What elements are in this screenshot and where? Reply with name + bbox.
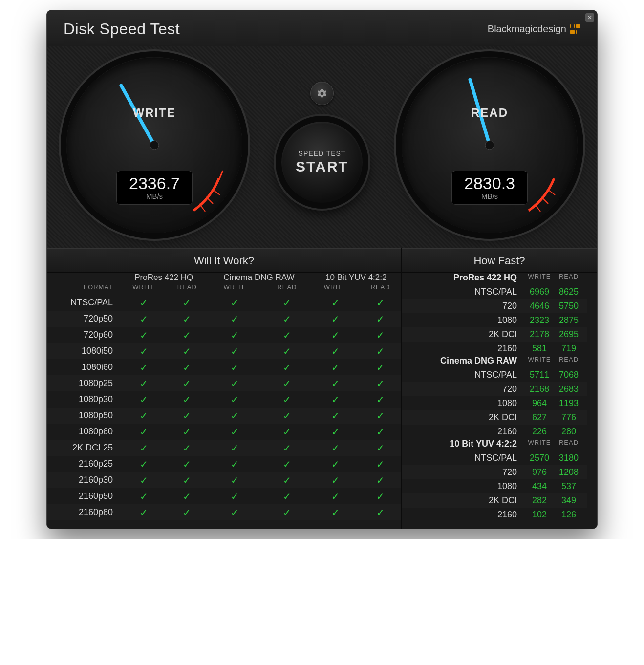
close-button[interactable]: ✕ [585,13,594,22]
brand-logo: Blackmagicdesign [488,23,580,35]
check-icon: ✓ [360,504,401,520]
check-icon: ✓ [121,488,167,504]
fast-section-header: Cinema DNG RAWWRITEREAD [402,356,587,368]
check-icon: ✓ [121,504,167,520]
check-icon: ✓ [263,375,311,391]
check-icon: ✓ [263,488,311,504]
codec-header: Cinema DNG RAW [207,273,311,283]
write-label: WRITE [66,106,242,120]
fast-row-name: 2K DCI [402,412,525,423]
fast-row-name: 720 [402,301,525,311]
check-icon: ✓ [167,327,207,343]
table-row: 1080p60✓✓✓✓✓✓ [47,424,401,440]
fast-row-write: 2178 [525,329,554,340]
fast-row-read: 719 [554,343,583,354]
check-icon: ✓ [167,456,207,472]
check-icon: ✓ [263,327,311,343]
fast-row-read: 1208 [554,467,583,477]
fast-row-read: 776 [554,412,583,423]
check-icon: ✓ [360,327,401,343]
fast-row-name: 2160 [402,343,525,354]
check-icon: ✓ [311,472,360,488]
fast-row: 108023232875 [402,313,587,327]
format-name: 2160p25 [47,456,121,472]
fast-row-read: 3180 [554,453,583,463]
check-icon: ✓ [263,440,311,456]
fast-row-name: NTSC/PAL [402,453,525,463]
start-button[interactable]: SPEED TEST START [276,116,368,209]
format-name: 2160p30 [47,472,121,488]
fast-row: NTSC/PAL69698625 [402,285,587,299]
fast-row-write: 2570 [525,453,554,463]
check-icon: ✓ [167,504,207,520]
fast-row-read: 349 [554,495,583,506]
fast-row-read: 537 [554,481,583,492]
codec-header: ProRes 422 HQ [121,273,207,283]
format-name: 1080i50 [47,343,121,359]
check-icon: ✓ [263,472,311,488]
check-icon: ✓ [121,343,167,359]
table-row: 1080p50✓✓✓✓✓✓ [47,408,401,424]
check-icon: ✓ [263,408,311,424]
check-icon: ✓ [311,359,360,375]
format-name: 720p50 [47,311,121,327]
fast-row-name: 2K DCI [402,495,525,506]
table-row: 720p60✓✓✓✓✓✓ [47,327,401,343]
check-icon: ✓ [360,408,401,424]
check-icon: ✓ [311,343,360,359]
fast-row: 2160581719 [402,342,587,356]
table-row: 2160p60✓✓✓✓✓✓ [47,504,401,520]
read-label: READ [402,106,578,120]
check-icon: ✓ [311,295,360,311]
fast-row-name: 2160 [402,510,525,520]
write-unit: MB/s [117,192,192,200]
will-table: ProRes 422 HQ Cinema DNG RAW 10 Bit YUV … [47,273,401,520]
will-it-work-panel: Will It Work? ProRes 422 HQ Cinema DNG R… [47,248,402,529]
brand-dots-icon [570,24,580,34]
check-icon: ✓ [207,504,263,520]
format-name: 2160p50 [47,488,121,504]
svg-line-1 [206,197,213,204]
check-icon: ✓ [360,488,401,504]
col-write: WRITE [525,439,554,449]
fast-row-name: 720 [402,467,525,477]
check-icon: ✓ [311,424,360,440]
check-icon: ✓ [167,391,207,408]
check-icon: ✓ [121,311,167,327]
check-icon: ✓ [207,295,263,311]
title-bar: Disk Speed Test Blackmagicdesign [47,10,597,46]
check-icon: ✓ [360,359,401,375]
check-icon: ✓ [263,504,311,520]
fast-section-title: ProRes 422 HQ [402,273,525,283]
format-label: FORMAT [47,283,121,295]
fast-row-write: 434 [525,481,554,492]
check-icon: ✓ [360,391,401,408]
check-icon: ✓ [207,472,263,488]
svg-line-0 [212,189,220,195]
check-icon: ✓ [360,311,401,327]
check-icon: ✓ [121,327,167,343]
fast-row-name: 1080 [402,481,525,492]
format-name: 1080i60 [47,359,121,375]
fast-row: NTSC/PAL57117068 [402,368,587,382]
check-icon: ✓ [167,359,207,375]
fast-row-write: 2168 [525,384,554,394]
check-icon: ✓ [167,424,207,440]
codec-header: 10 Bit YUV 4:2:2 [311,273,401,283]
start-label-big: START [296,158,348,175]
settings-button[interactable] [310,82,334,105]
table-row: 2K DCI 25✓✓✓✓✓✓ [47,440,401,456]
check-icon: ✓ [311,456,360,472]
app-window: ✕ Disk Speed Test Blackmagicdesign [46,10,598,529]
read-value: 2830.3 [452,174,527,193]
fast-row-read: 8625 [554,287,583,297]
check-icon: ✓ [121,424,167,440]
fast-row-write: 964 [525,398,554,408]
fast-row-read: 280 [554,427,583,437]
fast-row: 2K DCI282349 [402,493,587,508]
center-controls: SPEED TEST START [276,82,368,209]
check-icon: ✓ [311,440,360,456]
check-icon: ✓ [167,488,207,504]
format-name: 1080p30 [47,391,121,408]
check-icon: ✓ [263,359,311,375]
